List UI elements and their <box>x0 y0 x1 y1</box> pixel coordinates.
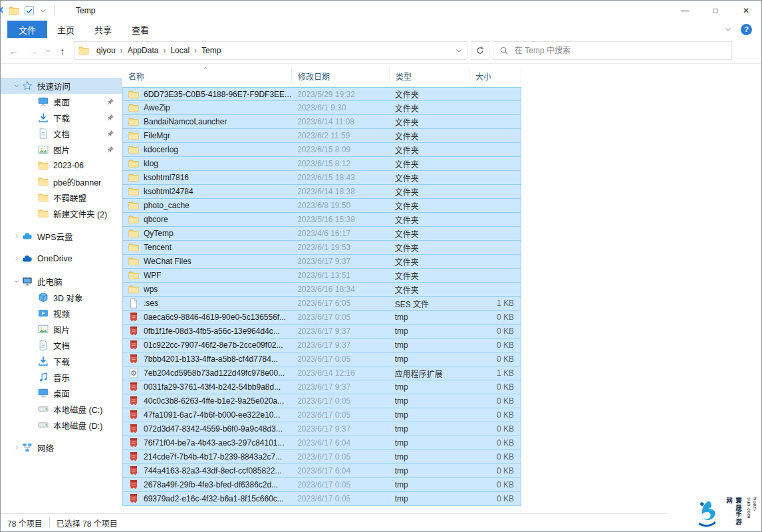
table-row[interactable]: 0fb1f1fe-08d3-4fb5-a56c-13e964d4c...2023… <box>122 325 521 338</box>
file-type: 文件夹 <box>390 270 469 281</box>
file-date: 2023/6/17 0:05 <box>292 396 390 406</box>
sidebar-item[interactable]: pbe的banner <box>1 174 122 190</box>
sidebar-item-label: 3D 对象 <box>53 291 82 304</box>
sidebar-item[interactable]: 下载 <box>1 110 122 126</box>
sidebar-item[interactable]: 3D 对象 <box>1 289 122 305</box>
network-icon <box>22 442 33 453</box>
sidebar-item[interactable]: WPS云盘 <box>1 228 122 244</box>
table-row[interactable]: 7eb204cd5958b73ad122d49fc978e00...2023/6… <box>122 366 521 380</box>
search-input[interactable] <box>513 45 725 56</box>
sidebar-item[interactable]: 本地磁盘 (C:) <box>1 401 122 417</box>
sidebar-item[interactable]: 图片 <box>1 142 122 158</box>
table-row[interactable]: Tencent2023/6/1 19:53文件夹 <box>122 241 521 255</box>
table-row[interactable]: QyTemp2023/4/6 16:17文件夹 <box>122 227 521 241</box>
explorer-folder-icon[interactable] <box>9 5 19 16</box>
table-row[interactable]: 69379ad2-e16c-4f32-b6a1-8f15c660c...2023… <box>122 492 521 506</box>
tab-share[interactable]: 共享 <box>84 21 122 38</box>
refresh-button[interactable] <box>471 41 489 60</box>
close-button[interactable]: ✕ <box>731 1 761 21</box>
breadcrumb-item[interactable]: Temp <box>198 46 224 55</box>
address-bar[interactable]: qiyou›AppData›Local›Temp <box>74 41 467 60</box>
table-row[interactable]: 2678a49f-29fb-4fe3-bfed-df6386c2d...2023… <box>122 478 521 492</box>
chevron-down-icon[interactable] <box>11 82 22 90</box>
chevron-placeholder <box>27 357 38 365</box>
table-row[interactable]: 40c0c3b8-6263-4ffe-b1e2-9a25e020a...2023… <box>122 394 521 408</box>
up-button[interactable]: ↑ <box>55 43 70 59</box>
table-row[interactable]: 744a4163-82a3-43df-8ecf-ccf085822...2023… <box>122 464 521 478</box>
table-row[interactable]: kdocerlog2023/6/15 8:09文件夹 <box>122 143 521 157</box>
table-row[interactable]: 7bbb4201-b133-4ffa-a5b8-cf4d7784...2023/… <box>122 352 521 366</box>
sidebar-item[interactable]: 新建文件夹 (2) <box>1 205 122 221</box>
column-header[interactable]: 大小 <box>469 68 521 83</box>
table-row[interactable]: ksohtml78162023/6/15 18:43文件夹 <box>122 171 521 185</box>
sidebar-item[interactable]: 视频 <box>1 305 122 321</box>
table-row[interactable]: 01c922cc-7907-46f2-8e7b-2cce09f02...2023… <box>122 338 521 352</box>
table-row[interactable]: photo_cache2023/6/8 19:50文件夹 <box>122 199 521 213</box>
sidebar-item[interactable]: 此电脑 <box>1 273 122 289</box>
sidebar-item[interactable]: 下载 <box>1 353 122 369</box>
chevron-right-icon[interactable] <box>11 255 22 263</box>
sidebar-item[interactable]: 不羁联盟 <box>1 190 122 205</box>
sidebar-item[interactable]: 文档 <box>1 337 122 353</box>
breadcrumb-item[interactable]: Local <box>167 46 193 55</box>
table-row[interactable]: .ses2023/6/17 6:05SES 文件1 KB <box>122 297 521 311</box>
sidebar-item[interactable]: 桌面 <box>1 94 122 110</box>
sort-ascending-icon[interactable] <box>201 65 210 71</box>
sidebar-item[interactable]: 音乐 <box>1 369 122 385</box>
table-row[interactable]: klog2023/6/15 8:12文件夹 <box>122 157 521 171</box>
chevron-placeholder <box>27 405 38 413</box>
table-row[interactable]: 072d3d47-8342-4559-b6f0-9a9c48d3...2023/… <box>122 422 521 436</box>
sidebar-item[interactable]: 2023-06 <box>1 158 122 174</box>
address-dropdown-chevron-icon[interactable] <box>455 47 463 55</box>
sidebar-item[interactable]: OneDrive <box>1 251 122 267</box>
table-row[interactable]: ksohtml247842023/6/14 18:38文件夹 <box>122 185 521 199</box>
chevron-placeholder <box>27 373 38 381</box>
tab-view[interactable]: 查看 <box>122 21 159 38</box>
tab-home[interactable]: 主页 <box>47 21 84 38</box>
file-name: AweZip <box>144 103 170 112</box>
chevron-placeholder <box>27 114 38 122</box>
table-row[interactable]: WeChat Files2023/6/17 9:37文件夹 <box>122 255 521 269</box>
checkmark-icon[interactable] <box>24 5 35 16</box>
table-row[interactable]: 47fa1091-6ac7-4b6f-b000-ee322e10...2023/… <box>122 408 521 422</box>
recent-locations-chevron-icon[interactable] <box>45 47 51 54</box>
column-header[interactable]: 修改日期 <box>292 68 390 83</box>
table-row[interactable]: wps2023/6/16 18:34文件夹 <box>122 283 521 297</box>
search-icon <box>499 46 509 55</box>
table-row[interactable]: 0031fa29-3761-43f4-b242-54bb9a8d...2023/… <box>122 380 521 394</box>
table-row[interactable]: 214cde7f-7b4b-4b17-b239-8843a2c7...2023/… <box>122 450 521 464</box>
back-button[interactable]: ← <box>6 43 22 59</box>
minimize-button[interactable]: — <box>670 1 700 21</box>
sidebar-item[interactable]: 网络 <box>1 440 122 456</box>
tab-file[interactable]: 文件 <box>7 21 47 38</box>
chevron-right-icon[interactable] <box>11 232 22 240</box>
location-folder-icon <box>78 45 89 56</box>
table-row[interactable]: 6DD73E35-C0B5-4188-96E7-F9DF3EE...2023/5… <box>122 87 521 101</box>
table-row[interactable]: AweZip2023/6/1 9:30文件夹 <box>122 101 521 115</box>
qat-chevron-down-icon[interactable] <box>39 7 47 15</box>
sidebar-item[interactable]: 快速访问 <box>1 78 122 94</box>
search-box[interactable] <box>493 41 732 60</box>
sidebar-item[interactable]: 文档 <box>1 126 122 142</box>
sidebar-item[interactable]: 桌面 <box>1 385 122 401</box>
table-row[interactable]: qbcore2023/5/16 15:38文件夹 <box>122 213 521 227</box>
chevron-right-icon[interactable] <box>11 444 22 452</box>
table-row[interactable]: FileMgr2023/6/2 11:59文件夹 <box>122 129 521 143</box>
sidebar-item[interactable]: 图片 <box>1 321 122 337</box>
breadcrumb-item[interactable]: qiyou <box>93 46 119 55</box>
forward-button[interactable]: → <box>25 43 41 59</box>
file-name-cell: 072d3d47-8342-4559-b6f0-9a9c48d3... <box>123 424 292 434</box>
sidebar-item[interactable]: 本地磁盘 (D:) <box>1 417 122 433</box>
help-icon[interactable]: ? <box>741 24 752 35</box>
table-row[interactable]: 0aeca6c9-8846-4619-90e0-5c136556f...2023… <box>122 311 521 325</box>
ribbon-collapse-chevron-icon[interactable] <box>724 25 732 33</box>
maximize-button[interactable]: □ <box>700 1 731 21</box>
table-row[interactable]: 76f71f04-be7a-4b43-aec3-297c84101...2023… <box>122 436 521 450</box>
pictures-icon <box>38 144 49 155</box>
breadcrumb-item[interactable]: AppData <box>124 46 162 55</box>
column-header[interactable]: 类型 <box>390 68 469 83</box>
desktop-icon <box>38 96 49 107</box>
chevron-down-icon[interactable] <box>11 277 22 285</box>
table-row[interactable]: WPF2023/6/1 13:51文件夹 <box>122 269 521 283</box>
table-row[interactable]: BandaiNamcoLauncher2023/6/14 11:08文件夹 <box>122 115 521 129</box>
